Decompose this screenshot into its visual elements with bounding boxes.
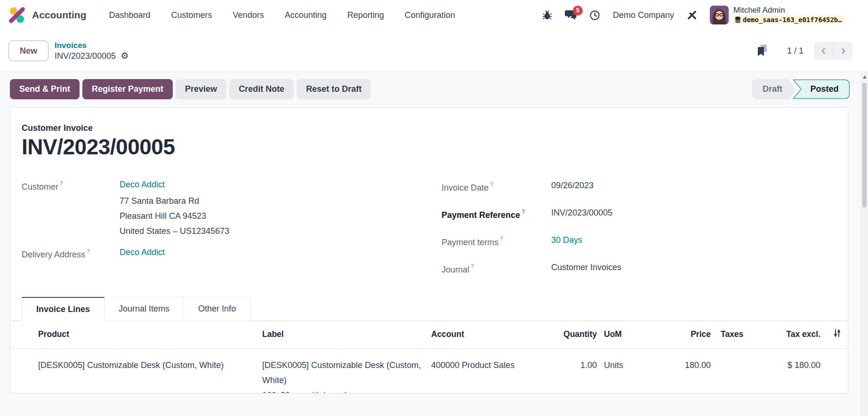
address-line: Pleasant Hill CA 94523: [120, 208, 229, 224]
database-icon: [735, 16, 741, 23]
column-header-price[interactable]: Price: [641, 321, 714, 348]
delivery-address-link[interactable]: Deco Addict: [120, 246, 165, 261]
user-avatar: [710, 6, 729, 24]
activities-clock-icon[interactable]: [589, 10, 600, 21]
accounting-app-icon[interactable]: [8, 7, 25, 24]
payment-reference-field[interactable]: INV/2023/00005: [551, 207, 612, 221]
control-panel: New Invoices INV/2023/00005 ⚙ 1 / 1: [0, 30, 868, 72]
address-line: 77 Santa Barbara Rd: [120, 193, 229, 208]
journal-label: Journal?: [442, 261, 551, 276]
status-draft[interactable]: Draft: [752, 79, 789, 99]
optional-columns-icon[interactable]: [833, 329, 842, 337]
cell-taxes[interactable]: [714, 348, 771, 393]
customer-link[interactable]: Deco Addict: [120, 178, 229, 191]
payment-reference-label: Payment Reference?: [442, 207, 551, 221]
help-icon: ?: [500, 236, 503, 242]
notebook-tabs: Invoice Lines Journal Items Other Info: [10, 297, 848, 321]
main-menu: Dashboard Customers Vendors Accounting R…: [109, 10, 455, 20]
column-header-taxes[interactable]: Taxes: [714, 321, 771, 348]
app-name[interactable]: Accounting: [32, 9, 87, 21]
breadcrumb-invoices-link[interactable]: Invoices: [55, 41, 129, 50]
payment-terms-link[interactable]: 30 Days: [551, 234, 582, 248]
preview-button[interactable]: Preview: [176, 79, 226, 99]
user-menu[interactable]: Mitchell Admin demo_saas-163_e01f76452b…: [710, 6, 868, 24]
database-pill: demo_saas-163_e01f76452b…: [733, 16, 844, 24]
register-payment-button[interactable]: Register Payment: [82, 79, 173, 99]
breadcrumb-current: INV/2023/00005: [55, 51, 116, 61]
database-name: demo_saas-163_e01f76452b…: [743, 16, 842, 24]
cell-product[interactable]: [DESK0005] Customizable Desk (Custom, Wh…: [10, 348, 257, 393]
pager-buttons: [814, 42, 852, 60]
cell-account[interactable]: 400000 Product Sales: [422, 348, 535, 393]
cell-price[interactable]: 180.00: [641, 348, 714, 393]
customer-address: 77 Santa Barbara Rd Pleasant Hill CA 945…: [120, 193, 229, 239]
customer-label: Customer?: [22, 178, 120, 239]
bug-icon[interactable]: [542, 10, 552, 20]
column-header-account[interactable]: Account: [422, 321, 535, 348]
credit-note-button[interactable]: Credit Note: [229, 79, 294, 99]
chevron-right-icon: [840, 48, 847, 55]
bookmark-icon[interactable]: [757, 45, 768, 57]
top-nav-bar: Accounting Dashboard Customers Vendors A…: [0, 0, 868, 30]
pager-area: 1 / 1: [757, 42, 852, 60]
invoice-type-label: Customer Invoice: [22, 123, 836, 133]
chevron-left-icon: [820, 48, 827, 55]
menu-dashboard[interactable]: Dashboard: [109, 10, 151, 20]
systray: 5 Demo Company: [542, 6, 868, 24]
company-switcher[interactable]: Demo Company: [613, 10, 674, 20]
scrollbar[interactable]: [861, 72, 868, 416]
user-texts: Mitchell Admin demo_saas-163_e01f76452b…: [733, 6, 844, 24]
address-line: United States – US12345673: [120, 224, 229, 239]
invoice-date-field[interactable]: 09/26/2023: [551, 179, 594, 194]
menu-vendors[interactable]: Vendors: [233, 10, 264, 20]
new-button[interactable]: New: [8, 40, 48, 61]
delivery-address-label: Delivery Address?: [22, 246, 120, 261]
breadcrumb: Invoices INV/2023/00005 ⚙: [55, 41, 129, 61]
invoice-lines-table: Product Label Account Quantity UoM Price…: [10, 321, 848, 393]
payment-terms-label: Payment terms?: [442, 234, 551, 248]
invoice-line-row[interactable]: [DESK0005] Customizable Desk (Custom, Wh…: [10, 348, 848, 393]
send-print-button[interactable]: Send & Print: [10, 79, 80, 99]
column-header-product[interactable]: Product: [10, 321, 257, 348]
tools-icon[interactable]: [687, 10, 697, 20]
pager-next-button[interactable]: [833, 42, 852, 60]
action-gear-icon[interactable]: ⚙: [121, 51, 129, 61]
column-header-uom[interactable]: UoM: [599, 321, 641, 348]
cell-label[interactable]: [DESK0005] Customizable Desk (Custom, Wh…: [257, 348, 422, 393]
messages-icon[interactable]: 5: [565, 10, 577, 21]
user-name: Mitchell Admin: [733, 6, 844, 15]
tab-journal-items[interactable]: Journal Items: [104, 297, 184, 321]
cell-tax-excl[interactable]: $ 180.00: [771, 348, 825, 393]
invoice-number-title: INV/2023/00005: [22, 134, 836, 160]
help-icon: ?: [490, 181, 493, 188]
help-icon: ?: [522, 208, 525, 215]
status-posted-label: Posted: [793, 79, 850, 99]
cell-uom[interactable]: Units: [599, 348, 641, 393]
invoice-form-sheet: Customer Invoice INV/2023/00005 Customer…: [10, 107, 848, 393]
cell-quantity[interactable]: 1.00: [535, 348, 599, 393]
help-icon: ?: [471, 263, 474, 270]
message-count-badge: 5: [573, 6, 583, 16]
scrollbar-up-arrow-icon[interactable]: [863, 75, 867, 79]
journal-field[interactable]: Customer Invoices: [551, 261, 621, 276]
menu-configuration[interactable]: Configuration: [405, 10, 455, 20]
pager-counter[interactable]: 1 / 1: [787, 46, 804, 56]
status-widget: Draft Posted: [752, 79, 850, 99]
reset-to-draft-button[interactable]: Reset to Draft: [297, 79, 371, 99]
column-header-label[interactable]: Label: [257, 321, 422, 348]
column-header-quantity[interactable]: Quantity: [535, 321, 599, 348]
scrollbar-thumb[interactable]: [862, 83, 867, 208]
tab-invoice-lines[interactable]: Invoice Lines: [22, 297, 104, 321]
help-icon: ?: [60, 180, 63, 187]
menu-reporting[interactable]: Reporting: [347, 10, 384, 20]
table-header-row: Product Label Account Quantity UoM Price…: [10, 321, 848, 348]
tab-other-info[interactable]: Other Info: [184, 297, 250, 321]
pager-previous-button[interactable]: [814, 42, 833, 60]
form-statusbar: Send & Print Register Payment Preview Cr…: [0, 72, 868, 99]
menu-accounting[interactable]: Accounting: [285, 10, 327, 20]
menu-customers[interactable]: Customers: [171, 10, 212, 20]
help-icon: ?: [87, 248, 90, 255]
column-header-tax-excl[interactable]: Tax excl.: [771, 321, 825, 348]
invoice-date-label: Invoice Date?: [442, 179, 551, 194]
status-posted[interactable]: Posted: [793, 79, 850, 99]
